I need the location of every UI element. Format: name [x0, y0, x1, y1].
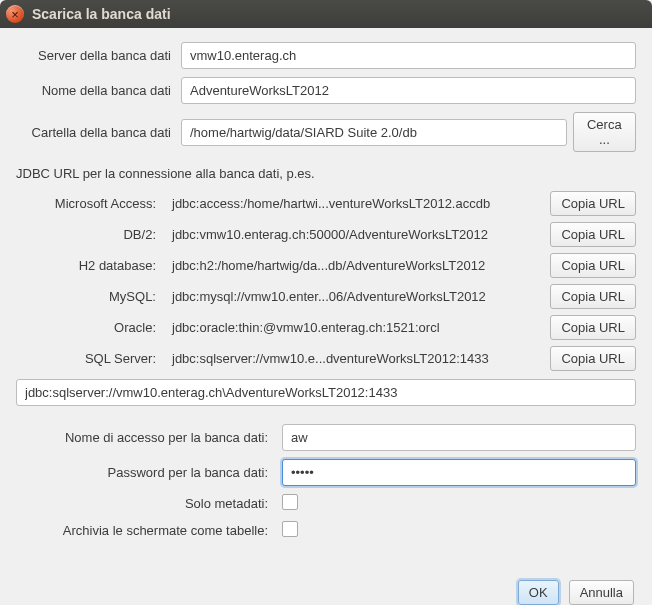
jdbc-list: Microsoft Access:jdbc:access:/home/hartw… — [16, 191, 636, 371]
jdbc-row-url: jdbc:h2:/home/hartwig/da...db/AdventureW… — [166, 254, 550, 277]
jdbc-row-url: jdbc:access:/home/hartwi...ventureWorksL… — [166, 192, 550, 215]
server-input[interactable] — [181, 42, 636, 69]
jdbc-row: MySQL:jdbc:mysql://vmw10.enter...06/Adve… — [16, 284, 636, 309]
dialog-content: Server della banca dati Nome della banca… — [0, 28, 652, 605]
jdbc-url-input[interactable] — [16, 379, 636, 406]
copy-url-button[interactable]: Copia URL — [550, 346, 636, 371]
jdbc-row-url: jdbc:oracle:thin:@vmw10.enterag.ch:1521:… — [166, 316, 550, 339]
jdbc-heading: JDBC URL per la connessione alla banca d… — [16, 166, 636, 181]
archive-views-label: Archivia le schermate come tabelle: — [16, 523, 282, 538]
titlebar: × Scarica la banca dati — [0, 0, 652, 28]
jdbc-row: Microsoft Access:jdbc:access:/home/hartw… — [16, 191, 636, 216]
ok-button[interactable]: OK — [518, 580, 559, 605]
username-input[interactable] — [282, 424, 636, 451]
copy-url-button[interactable]: Copia URL — [550, 191, 636, 216]
browse-button[interactable]: Cerca ... — [573, 112, 636, 152]
server-label: Server della banca dati — [16, 48, 181, 63]
dbname-input[interactable] — [181, 77, 636, 104]
close-icon[interactable]: × — [6, 5, 24, 23]
folder-label: Cartella della banca dati — [16, 125, 181, 140]
jdbc-row-label: H2 database: — [16, 258, 166, 273]
username-label: Nome di accesso per la banca dati: — [16, 430, 282, 445]
window-title: Scarica la banca dati — [32, 6, 171, 22]
jdbc-row-label: Oracle: — [16, 320, 166, 335]
jdbc-row-label: SQL Server: — [16, 351, 166, 366]
archive-views-checkbox[interactable] — [282, 521, 298, 537]
copy-url-button[interactable]: Copia URL — [550, 315, 636, 340]
metadata-only-label: Solo metadati: — [16, 496, 282, 511]
password-label: Password per la banca dati: — [16, 465, 282, 480]
dbname-label: Nome della banca dati — [16, 83, 181, 98]
cancel-button[interactable]: Annulla — [569, 580, 634, 605]
copy-url-button[interactable]: Copia URL — [550, 284, 636, 309]
jdbc-row: SQL Server:jdbc:sqlserver://vmw10.e...dv… — [16, 346, 636, 371]
jdbc-row-url: jdbc:sqlserver://vmw10.e...dventureWorks… — [166, 347, 550, 370]
copy-url-button[interactable]: Copia URL — [550, 222, 636, 247]
folder-input[interactable] — [181, 119, 567, 146]
jdbc-row: DB/2:jdbc:vmw10.enterag.ch:50000/Adventu… — [16, 222, 636, 247]
copy-url-button[interactable]: Copia URL — [550, 253, 636, 278]
metadata-only-checkbox[interactable] — [282, 494, 298, 510]
jdbc-row-url: jdbc:mysql://vmw10.enter...06/AdventureW… — [166, 285, 550, 308]
jdbc-row: Oracle:jdbc:oracle:thin:@vmw10.enterag.c… — [16, 315, 636, 340]
jdbc-row: H2 database:jdbc:h2:/home/hartwig/da...d… — [16, 253, 636, 278]
dialog-window: × Scarica la banca dati Server della ban… — [0, 0, 652, 605]
jdbc-row-label: MySQL: — [16, 289, 166, 304]
jdbc-row-url: jdbc:vmw10.enterag.ch:50000/AdventureWor… — [166, 223, 550, 246]
password-input[interactable] — [282, 459, 636, 486]
jdbc-row-label: DB/2: — [16, 227, 166, 242]
jdbc-row-label: Microsoft Access: — [16, 196, 166, 211]
dialog-footer: OK Annulla — [16, 580, 636, 605]
